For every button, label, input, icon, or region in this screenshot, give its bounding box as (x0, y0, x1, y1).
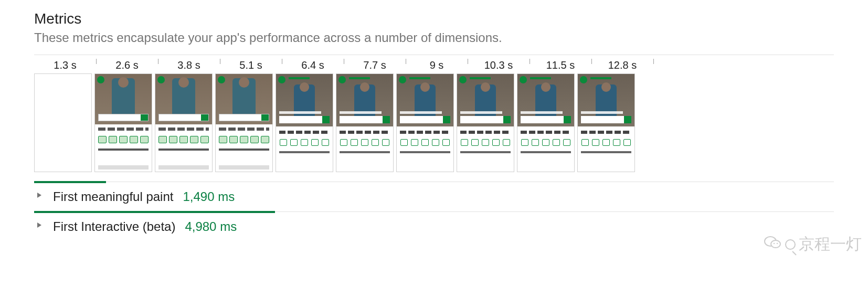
metric-name: First Interactive (beta) (53, 219, 175, 234)
filmstrip-frame[interactable] (457, 73, 514, 172)
metrics-list: First meaningful paint1,490 msFirst Inte… (34, 182, 834, 241)
svg-point-2 (774, 243, 775, 244)
filmstrip-time-label: 5.1 s (220, 55, 282, 73)
filmstrip-frame[interactable] (34, 73, 92, 172)
metrics-heading: Metrics (34, 10, 834, 27)
filmstrip-time-col: 12.8 s (591, 55, 653, 73)
filmstrip-time-label: 2.6 s (96, 55, 158, 73)
filmstrip-time-col: 5.1 s (220, 55, 282, 73)
tick-icon (653, 59, 654, 64)
filmstrip-time-labels: 1.3 s2.6 s3.8 s5.1 s6.4 s7.7 s9 s10.3 s1… (34, 55, 834, 73)
filmstrip-time-label: 7.7 s (344, 55, 406, 73)
metric-row: First meaningful paint1,490 ms (34, 182, 834, 211)
filmstrip-time-label: 1.3 s (34, 55, 96, 73)
filmstrip-time-label: 6.4 s (282, 55, 344, 73)
filmstrip-timeline: 1.3 s2.6 s3.8 s5.1 s6.4 s7.7 s9 s10.3 s1… (34, 55, 834, 182)
metric-progress-bar (34, 181, 106, 183)
metric-row: First Interactive (beta)4,980 ms (34, 211, 834, 241)
filmstrip-time-col: 3.8 s (158, 55, 220, 73)
expand-toggle-icon[interactable] (37, 193, 41, 198)
filmstrip-time-label: 12.8 s (591, 55, 653, 73)
svg-point-3 (777, 243, 778, 244)
filmstrip-time-col: 1.3 s (34, 55, 96, 73)
filmstrip-time-col: 2.6 s (96, 55, 158, 73)
metric-progress-bar (34, 211, 275, 213)
filmstrip-frame[interactable] (94, 73, 152, 172)
filmstrip-time-col: 6.4 s (282, 55, 344, 73)
filmstrip-frame[interactable] (396, 73, 454, 172)
metrics-subheading: These metrics encapsulate your app's per… (34, 30, 834, 45)
filmstrip-frame[interactable] (577, 73, 635, 172)
filmstrip-frame[interactable] (155, 73, 213, 172)
filmstrip-frames (34, 73, 834, 182)
filmstrip-time-col: 7.7 s (344, 55, 406, 73)
filmstrip-time-label: 9 s (406, 55, 468, 73)
filmstrip-frame[interactable] (276, 73, 333, 172)
filmstrip-time-label: 10.3 s (468, 55, 530, 73)
filmstrip-time-label: 3.8 s (158, 55, 220, 73)
filmstrip-time-col: 9 s (406, 55, 468, 73)
metric-value: 4,980 ms (185, 219, 237, 234)
filmstrip-time-col: 11.5 s (530, 55, 591, 73)
metric-value: 1,490 ms (183, 189, 235, 204)
metric-name: First meaningful paint (53, 189, 173, 204)
svg-point-1 (771, 240, 780, 248)
filmstrip-time-label: 11.5 s (530, 55, 591, 73)
filmstrip-frame[interactable] (215, 73, 273, 172)
filmstrip-frame[interactable] (336, 73, 394, 172)
filmstrip-time-col: 10.3 s (468, 55, 530, 73)
filmstrip-frame[interactable] (517, 73, 575, 172)
expand-toggle-icon[interactable] (37, 222, 41, 228)
